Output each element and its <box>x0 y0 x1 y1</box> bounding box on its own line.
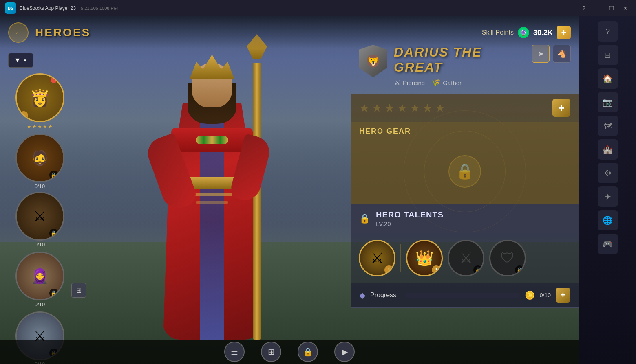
title-bar-version: 5.21.505.1008 P64 <box>81 6 119 11</box>
skill-icon-3[interactable]: ⚔ 🔒 <box>448 240 484 276</box>
right-panel: 🦁 DARIUS THE GREAT ⚔ Piercing 🌾 Gather <box>351 37 579 362</box>
close-button[interactable]: ✕ <box>620 3 631 13</box>
talents-title: HERO TALENTS <box>376 210 570 219</box>
stars-upgrade-button[interactable]: + <box>552 99 570 117</box>
back-button[interactable]: ← <box>8 22 29 43</box>
skill-icon-4[interactable]: 🛡 🔒 <box>489 240 526 276</box>
hero-tag-piercing: ⚔ Piercing <box>394 78 425 87</box>
gear-lock-icon: 🔒 <box>448 155 481 188</box>
toolbar-help-button[interactable]: ? <box>598 21 618 42</box>
bottom-list-button[interactable]: ☰ <box>224 342 245 362</box>
toolbar-controller-button[interactable]: 🎮 <box>598 234 618 254</box>
hero-lock-4: 🔒 <box>49 289 58 298</box>
hero-tags: ⚔ Piercing 🌾 Gather <box>394 78 525 87</box>
hero-gear-title: HERO GEAR <box>351 122 579 139</box>
skill-separator <box>400 244 401 272</box>
crown <box>190 55 234 79</box>
toolbar-castle-button[interactable]: 🏰 <box>598 139 618 160</box>
toolbar-minimize-button[interactable]: ⊟ <box>598 45 618 65</box>
hero-lock-3: 🔒 <box>49 229 58 238</box>
hero-lock-2: 🔒 <box>49 171 58 180</box>
talents-info: HERO TALENTS LV.20 <box>376 210 570 227</box>
minimize-button[interactable]: — <box>592 3 603 13</box>
stars-row: ★ ★ ★ ★ ★ ★ ★ + <box>351 94 579 122</box>
talents-level: LV.20 <box>376 220 570 227</box>
skill-lock-4: 🔒 <box>515 265 524 274</box>
star-empty-7: ★ <box>435 101 445 115</box>
star-empty-3: ★ <box>384 101 395 115</box>
hero-action-btn-1[interactable]: ➤ <box>532 45 550 63</box>
toolbar-globe-button[interactable]: 🌐 <box>598 210 618 230</box>
toolbar-screenshot-button[interactable]: 📷 <box>598 92 618 112</box>
star-empty-4: ★ <box>397 101 407 115</box>
bluestacks-logo: BS <box>5 2 16 14</box>
action-horse-icon: 🐴 <box>557 49 566 58</box>
progress-current: 0 <box>540 292 543 298</box>
hero-list: 👸 1 ★ ★ ★ ★ ★ 🧔 🔒 0/10 ⊞ ⚔ <box>8 73 71 364</box>
heroes-title: HEROES <box>35 26 91 39</box>
title-bar-left: BS BlueStacks App Player 23 5.21.505.100… <box>5 2 119 14</box>
action-arrow-icon: ➤ <box>538 49 544 58</box>
skill-points-label: Skill Points <box>482 29 514 36</box>
star-empty-1: ★ <box>359 101 369 115</box>
staff <box>253 63 261 340</box>
restore-button[interactable]: ❐ <box>606 3 617 13</box>
skill-icon-1[interactable]: ⚔ 1 <box>359 240 395 276</box>
shield-lion-icon: 🦁 <box>366 54 381 68</box>
bottom-capture-button[interactable]: ⊞ <box>261 342 281 362</box>
skill-badge-2: 1 <box>432 265 441 274</box>
gather-icon: 🌾 <box>431 78 440 87</box>
piercing-icon: ⚔ <box>394 78 400 87</box>
lock-icon: 🔒 <box>303 347 313 357</box>
filter-bar: ▼ ▼ <box>8 53 33 68</box>
gather-label: Gather <box>443 79 462 86</box>
filter-icon: ▼ <box>14 57 21 64</box>
hero-avatar-3: ⚔ 🔒 <box>15 192 64 241</box>
hero-level-badge-1: 1 <box>19 111 28 120</box>
filter-button[interactable]: ▼ ▼ <box>8 53 33 68</box>
bottom-lock-button[interactable]: 🔒 <box>298 342 318 362</box>
hero-count-3: 0/10 <box>8 241 71 248</box>
hero-talents-section: 🔒 HERO TALENTS LV.20 <box>351 204 579 233</box>
hero-action-btn-2[interactable]: 🐴 <box>553 45 571 63</box>
progress-count: 0/10 <box>540 292 551 298</box>
progress-max: 10 <box>544 292 551 298</box>
necklace <box>196 136 228 144</box>
progress-coin-icon: 🪙 <box>525 290 535 300</box>
right-toolbar: ? ⊟ 🏠 📷 🗺 🏰 ⚙ ✈ 🌐 🎮 <box>579 16 636 364</box>
skill-icons-row: ⚔ 1 👑 1 ⚔ 🔒 🛡 🔒 <box>351 233 579 283</box>
back-icon: ← <box>14 28 22 37</box>
grid-view-button[interactable]: ⊞ <box>71 283 86 298</box>
hero-item-2[interactable]: 🧔 🔒 0/10 <box>8 134 71 189</box>
robe-stripe-2 <box>196 201 228 204</box>
hero-item-4[interactable]: 🧕 🔒 0/10 <box>8 252 71 307</box>
bottom-bar: ☰ ⊞ 🔒 ▶ <box>0 340 579 364</box>
skill-lock-3: 🔒 <box>473 265 482 274</box>
piercing-label: Piercing <box>403 79 425 86</box>
toolbar-settings-button[interactable]: ⚙ <box>598 163 618 183</box>
hero-character-display <box>73 22 351 340</box>
star-empty-2: ★ <box>372 101 382 115</box>
hero-badge-1 <box>51 77 57 83</box>
help-button[interactable]: ? <box>578 3 590 13</box>
hero-name: DARIUS THE GREAT <box>394 45 525 75</box>
hero-count-4: 0/10 <box>8 301 71 307</box>
hero-avatar-2: 🧔 🔒 <box>15 134 64 182</box>
skill-icon-2[interactable]: 👑 1 <box>406 240 443 276</box>
hero-item[interactable]: 👸 1 ★ ★ ★ ★ ★ <box>8 73 71 129</box>
darius-body <box>155 55 269 340</box>
hero-count-2: 0/10 <box>8 183 71 189</box>
hero-item-3[interactable]: ⚔ 🔒 0/10 <box>8 192 71 248</box>
skill-points-value: 30.2K <box>533 29 553 37</box>
hero-gear-section: HERO GEAR 🔒 <box>351 122 579 204</box>
hero-action-icons: ➤ 🐴 <box>532 45 571 63</box>
toolbar-map-button[interactable]: 🗺 <box>598 116 618 136</box>
hero-gear-slots: 🔒 <box>351 139 579 204</box>
hero-figure <box>114 30 310 340</box>
stars-display: ★ ★ ★ ★ ★ ★ ★ <box>359 101 445 115</box>
toolbar-home-button[interactable]: 🏠 <box>598 68 618 89</box>
toolbar-fly-button[interactable]: ✈ <box>598 186 618 207</box>
bottom-forward-button[interactable]: ▶ <box>334 342 355 362</box>
talents-lock-icon: 🔒 <box>359 213 370 224</box>
progress-add-button[interactable]: + <box>556 288 570 303</box>
